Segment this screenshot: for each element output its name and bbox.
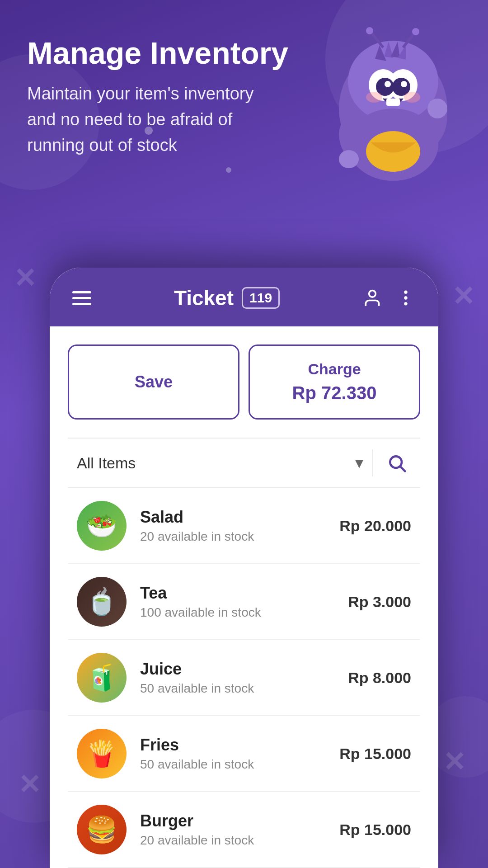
item-image-tea: 🍵 [77, 577, 127, 627]
search-button[interactable] [373, 439, 420, 487]
item-info-salad: Salad 20 available in stock [140, 508, 339, 544]
top-bar-left [72, 291, 91, 305]
action-buttons: Save Charge Rp 72.330 [68, 344, 420, 420]
user-icon[interactable] [362, 288, 382, 308]
svg-point-24 [427, 99, 447, 118]
hamburger-line-1 [72, 291, 91, 293]
svg-line-30 [400, 467, 405, 471]
item-name: Juice [140, 660, 348, 679]
menu-button[interactable] [72, 291, 91, 305]
item-stock: 100 available in stock [140, 605, 348, 620]
svg-point-27 [404, 297, 407, 300]
svg-point-25 [369, 291, 376, 297]
item-price: Rp 20.000 [339, 517, 411, 535]
mascot-container [316, 18, 470, 190]
item-stock: 20 available in stock [140, 529, 339, 544]
phone-inner: Ticket 119 [50, 268, 438, 868]
item-info-juice: Juice 50 available in stock [140, 660, 348, 696]
svg-point-28 [404, 302, 407, 306]
svg-point-9 [412, 28, 419, 35]
phone-mockup: Ticket 119 [50, 268, 438, 868]
item-price: Rp 8.000 [348, 669, 411, 687]
svg-rect-18 [386, 99, 400, 106]
item-image-juice: 🧃 [77, 653, 127, 703]
main-content: Save Charge Rp 72.330 All Items ▾ [50, 326, 438, 868]
deco-x-3: ✕ [443, 746, 465, 778]
list-item[interactable]: 🍟 Fries 50 available in stock Rp 15.000 [68, 716, 420, 792]
app-background: ✕ ✕ ✕ ✕ Manage Inventory Maintain your i… [0, 0, 488, 868]
ticket-badge: 119 [242, 287, 280, 309]
item-image-burger: 🍔 [77, 805, 127, 854]
item-price: Rp 15.000 [339, 745, 411, 763]
items-list: 🥗 Salad 20 available in stock Rp 20.000 … [68, 488, 420, 868]
item-stock: 50 available in stock [140, 757, 339, 772]
top-bar-right [362, 288, 416, 308]
svg-point-14 [385, 81, 391, 87]
item-stock: 50 available in stock [140, 681, 348, 696]
deco-x-2: ✕ [452, 280, 474, 312]
item-image-salad: 🥗 [77, 501, 127, 551]
list-item[interactable]: 🥗 Salad 20 available in stock Rp 20.000 [68, 488, 420, 564]
item-name: Burger [140, 811, 339, 830]
svg-point-22 [339, 150, 359, 168]
item-name: Tea [140, 584, 348, 603]
list-item[interactable]: 🧃 Juice 50 available in stock Rp 8.000 [68, 640, 420, 716]
search-icon [387, 453, 407, 473]
item-info-tea: Tea 100 available in stock [140, 584, 348, 620]
top-bar: Ticket 119 [50, 268, 438, 326]
list-item[interactable]: 🍔 Burger 20 available in stock Rp 15.000 [68, 792, 420, 868]
item-price: Rp 15.000 [339, 821, 411, 839]
hamburger-line-2 [72, 297, 91, 299]
item-price: Rp 3.000 [348, 593, 411, 611]
filter-bar: All Items ▾ [68, 438, 420, 488]
charge-amount: Rp 72.330 [263, 380, 405, 406]
top-bar-center: Ticket 119 [174, 286, 280, 310]
item-info-burger: Burger 20 available in stock [140, 811, 339, 848]
charge-label: Charge [263, 359, 405, 380]
item-name: Salad [140, 508, 339, 527]
deco-x-4: ✕ [18, 769, 41, 800]
hamburger-line-3 [72, 303, 91, 305]
save-button[interactable]: Save [68, 344, 239, 420]
filter-label: All Items [77, 454, 136, 472]
svg-point-26 [404, 291, 407, 294]
item-image-fries: 🍟 [77, 729, 127, 778]
app-title: Ticket [174, 286, 234, 310]
svg-point-16 [366, 92, 382, 103]
page-subtitle: Maintain your item's inventory and no ne… [27, 81, 262, 158]
svg-point-15 [401, 81, 407, 87]
chevron-down-icon: ▾ [355, 453, 363, 472]
item-stock: 20 available in stock [140, 833, 339, 848]
list-item[interactable]: 🍵 Tea 100 available in stock Rp 3.000 [68, 564, 420, 640]
deco-x-1: ✕ [14, 262, 36, 294]
charge-button[interactable]: Charge Rp 72.330 [249, 344, 420, 420]
item-info-fries: Fries 50 available in stock [140, 736, 339, 772]
category-filter[interactable]: All Items ▾ [68, 439, 372, 487]
svg-point-7 [366, 27, 373, 34]
item-name: Fries [140, 736, 339, 755]
more-options-icon[interactable] [396, 288, 416, 308]
svg-point-17 [404, 92, 420, 103]
